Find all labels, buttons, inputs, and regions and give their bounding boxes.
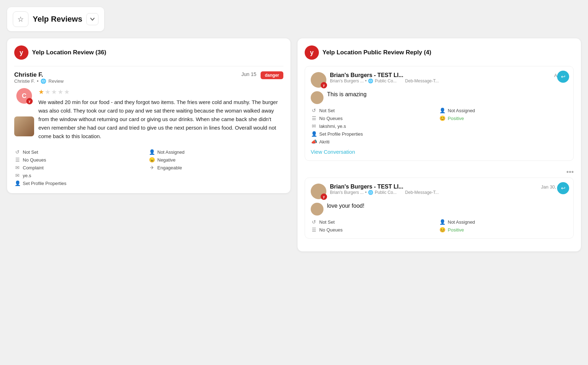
conv-info-1: Brian's Burgers - TEST LI... Apr 01 Bria… [330,72,568,83]
conv-meta-grid-1: ↺ Not Set 👤 Not Assigned ☰ No Queues 😊 P… [311,108,568,145]
broadcast-icon-c1: 📣 [311,139,317,145]
yelp-badge-conv1: y [321,82,327,88]
person-icon: 👤 [149,149,155,155]
reply-icon-1: ↩ [557,71,569,83]
engage-icon: ✈ [149,165,155,170]
conv-meta-grid-2: ↺ Not Set 👤 Not Assigned ☰ No Queues 😊 P… [311,219,568,233]
meta-not-assigned: 👤 Not Assigned [149,149,284,155]
avatar: C y [16,88,32,104]
review-card: Christie F. Christie F. • 🌐 Review Jun 1… [14,66,283,186]
queue-icon-c1: ☰ [311,115,317,121]
cycle-icon-c1: ↺ [311,108,317,113]
reply-icon-2: ↩ [557,182,569,194]
message-text-2: love your food! [327,203,364,209]
favorite-button[interactable]: ☆ [13,11,28,27]
conv-header-1: y Brian's Burgers - TEST LI... Apr 01 Br… [311,72,568,88]
positive-icon-c1: 😊 [439,115,446,121]
positive-icon-c2: 😊 [439,227,446,233]
msg-avatar-2 [311,203,324,216]
conv-name-1: Brian's Burgers - TEST LI... [330,72,403,78]
right-panel: y Yelp Location Public Review Reply (4) … [298,38,581,251]
mail-icon-c1: ✉ [311,123,317,129]
conv-info-2: Brian's Burgers - TEST LI... Jan 30, 202… [330,184,568,195]
message-text-1: This is amazing [327,91,367,98]
review-meta-grid: ↺ Not Set 👤 Not Assigned ☰ No Queues 😠 N… [14,149,283,186]
profile-icon-c1: 👤 [311,131,317,137]
meta-no-queues: ☰ No Queues [14,157,149,163]
queue-icon: ☰ [14,157,21,163]
reviewer-avatar-row: C y ★ ★ ★ ★ ★ We waited 20 min for our f… [14,88,283,146]
header-bar: ☆ Yelp Reviews [7,7,104,31]
person-icon-c2: 👤 [439,219,446,225]
star-rating: ★ ★ ★ ★ ★ [38,88,283,96]
reviewer-name-block: Christie F. Christie F. • 🌐 Review [14,71,64,87]
person-icon-c1: 👤 [439,108,446,113]
right-panel-title: Yelp Location Public Review Reply (4) [322,49,431,56]
cycle-icon: ↺ [14,149,21,155]
conv-header-2: y Brian's Burgers - TEST LI... Jan 30, 2… [311,184,568,199]
meta-negative: 😠 Negative [149,157,284,163]
message-row-1: This is amazing [311,91,568,104]
queue-icon-c2: ☰ [311,227,317,233]
conv-sub-2: Brian's Burgers ... • 🌐 Public Co... Deb… [330,190,568,195]
globe-icon-2: 🌐 [368,78,373,83]
review-top-row: Christie F. Christie F. • 🌐 Review Jun 1… [14,71,283,87]
meta-yes: ✉ ye.s [14,173,149,178]
left-panel-header: y Yelp Location Review (36) [14,45,283,60]
yelp-icon-right: y [305,45,319,60]
mail-icon: ✉ [14,165,21,170]
review-info: ★ ★ ★ ★ ★ We waited 20 min for our food … [38,88,283,146]
dropdown-button[interactable] [86,13,98,25]
review-date: Jun 15 [241,71,256,77]
conv-avatar-2: y [311,184,326,199]
star-icon: ☆ [17,15,24,23]
meta-engageable: ✈ Engageable [149,165,284,170]
conversation-card-1: ↩ y Brian's Burgers - TEST LI... Apr 01 … [305,66,574,161]
meta-set-profile: 👤 Set Profile Properties [14,180,283,186]
mail2-icon: ✉ [14,173,21,178]
main-content: y Yelp Location Review (36) Christie F. … [7,38,581,251]
view-conversation-link-1[interactable]: View Conversation [311,149,568,155]
globe-icon-3: 🌐 [368,190,373,195]
msg-avatar-1 [311,91,324,104]
meta-complaint: ✉ Complaint [14,165,149,170]
left-panel: y Yelp Location Review (36) Christie F. … [7,38,290,193]
danger-badge: danger [261,71,283,79]
left-panel-title: Yelp Location Review (36) [32,49,106,56]
conversation-card-2: ↩ y Brian's Burgers - TEST LI... Jan 30,… [305,178,574,239]
yelp-badge-conv2: y [321,194,327,200]
cycle-icon-c2: ↺ [311,219,317,225]
chevron-down-icon [90,17,95,22]
conv-name-2: Brian's Burgers - TEST LI... [330,184,403,190]
meta-not-set: ↺ Not Set [14,149,149,155]
yelp-icon-left: y [14,45,28,60]
food-image [14,116,34,136]
conv-sub-1: Brian's Burgers ... • 🌐 Public Co... Deb… [330,78,568,83]
right-panel-header: y Yelp Location Public Review Reply (4) [305,45,574,60]
globe-icon: 🌐 [41,78,46,84]
more-options-1[interactable]: ••• [305,167,574,178]
yelp-badge: y [26,98,33,104]
profile-icon: 👤 [14,180,21,186]
reviewer-meta: Christie F. • 🌐 Review [14,78,64,84]
page-title: Yelp Reviews [33,15,82,24]
negative-icon: 😠 [149,157,155,163]
review-text: We waited 20 min for our food - and they… [38,98,283,141]
reviewer-name: Christie F. [14,71,64,78]
conv-avatar-1: y [311,72,326,88]
message-row-2: love your food! [311,203,568,216]
